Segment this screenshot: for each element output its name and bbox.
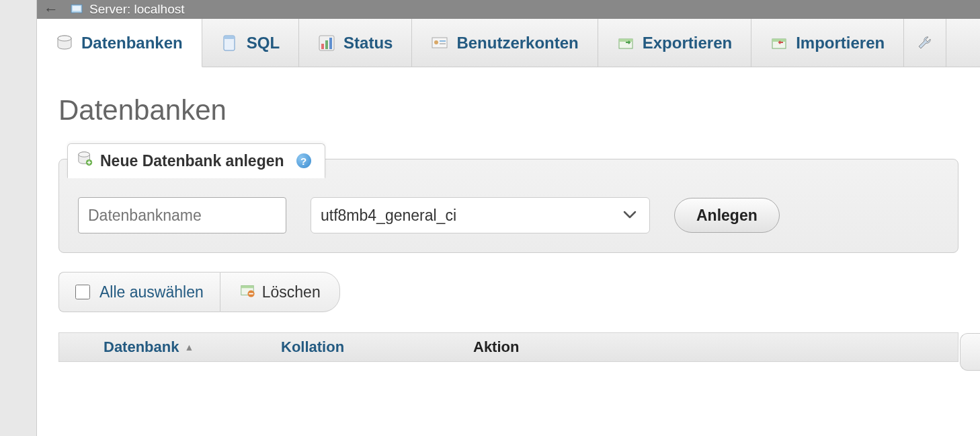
- bulk-actions-row: Alle auswählen Löschen: [58, 272, 958, 312]
- svg-rect-14: [440, 40, 446, 42]
- delete-label: Löschen: [262, 283, 321, 301]
- svg-rect-26: [249, 293, 253, 295]
- column-header-collation[interactable]: Kollation: [281, 338, 469, 356]
- sql-icon: [221, 34, 239, 52]
- database-table-header: Datenbank ▲ Kollation Aktion: [58, 332, 958, 362]
- help-icon[interactable]: ?: [296, 153, 311, 168]
- create-database-legend: Neue Datenbank anlegen ?: [67, 143, 325, 178]
- column-header-database[interactable]: Datenbank ▲: [99, 338, 281, 356]
- svg-rect-10: [325, 40, 328, 49]
- tab-import[interactable]: Importieren: [751, 19, 904, 67]
- tab-label: Importieren: [796, 34, 885, 52]
- delete-button[interactable]: Löschen: [220, 272, 340, 312]
- tab-label: Datenbanken: [81, 34, 183, 52]
- status-icon: [318, 34, 335, 52]
- main-content: Datenbanken Neue Datenbank anlegen ? utf…: [37, 67, 980, 436]
- database-name-input[interactable]: [78, 197, 286, 233]
- create-button[interactable]: Anlegen: [674, 198, 780, 233]
- svg-rect-3: [73, 14, 80, 15]
- svg-point-21: [79, 152, 90, 157]
- wrench-icon: [916, 34, 934, 52]
- left-panel-edge: [0, 0, 37, 436]
- back-arrow-icon[interactable]: ←: [44, 1, 58, 18]
- breadcrumb-server[interactable]: Server: localhost: [89, 2, 185, 17]
- svg-rect-9: [321, 44, 324, 49]
- database-icon: [56, 34, 73, 52]
- select-all-control[interactable]: Alle auswählen: [58, 272, 220, 312]
- users-icon: [431, 34, 448, 52]
- right-edge-button[interactable]: [960, 333, 980, 371]
- column-header-action: Aktion: [469, 338, 519, 356]
- svg-rect-7: [224, 36, 235, 39]
- svg-rect-1: [73, 6, 81, 11]
- import-icon: [770, 34, 788, 52]
- svg-rect-15: [440, 43, 446, 44]
- page-title: Datenbanken: [58, 94, 958, 126]
- tab-label: Benutzerkonten: [456, 34, 578, 52]
- tab-label: Status: [343, 34, 393, 52]
- tab-label: SQL: [247, 34, 280, 52]
- tab-more[interactable]: [904, 19, 946, 67]
- tab-users[interactable]: Benutzerkonten: [412, 19, 598, 67]
- svg-rect-2: [75, 13, 79, 14]
- sort-asc-icon: ▲: [184, 342, 194, 353]
- tab-export[interactable]: Exportieren: [598, 19, 751, 67]
- select-all-label: Alle auswählen: [99, 283, 204, 301]
- breadcrumb-bar: ← Server: localhost: [37, 0, 980, 19]
- tab-bar: Datenbanken SQL Status Benutzerkonten Ex…: [37, 19, 980, 67]
- delete-icon: [239, 282, 255, 302]
- collation-select[interactable]: utf8mb4_general_ci: [311, 197, 650, 233]
- svg-point-5: [58, 36, 71, 41]
- tab-status[interactable]: Status: [299, 19, 412, 67]
- server-icon: [71, 3, 85, 16]
- svg-rect-19: [772, 39, 786, 42]
- database-add-icon: [77, 151, 93, 171]
- svg-rect-11: [329, 38, 332, 49]
- export-icon: [617, 34, 635, 52]
- create-legend-text: Neue Datenbank anlegen: [100, 152, 284, 170]
- svg-rect-24: [241, 286, 253, 289]
- svg-point-13: [434, 40, 438, 44]
- tab-label: Exportieren: [643, 34, 732, 52]
- select-all-checkbox[interactable]: [75, 285, 90, 299]
- create-database-panel: Neue Datenbank anlegen ? utf8mb4_general…: [58, 159, 958, 253]
- tab-databases[interactable]: Datenbanken: [37, 19, 202, 67]
- tab-sql[interactable]: SQL: [202, 19, 299, 67]
- svg-rect-17: [619, 39, 632, 42]
